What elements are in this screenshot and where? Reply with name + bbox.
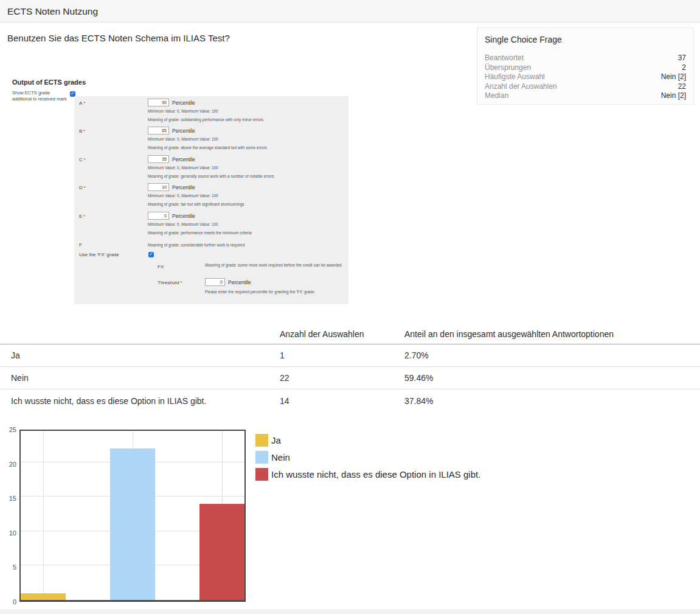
unit-label: Percentile — [172, 156, 195, 162]
legend-item: Ja — [255, 434, 480, 447]
chart-plot — [19, 430, 246, 602]
stats-row: Anzahl der Auswahlen 22 — [485, 82, 686, 92]
show-ects-label: Show ECTS grade additional to received m… — [12, 90, 67, 102]
page-title: ECTS Noten Nutzung — [7, 0, 98, 23]
legend-label: Ich wusste nicht, dass es diese Option i… — [271, 469, 480, 480]
answers-table: Anzahl der Auswahlen Anteil an den insge… — [0, 324, 700, 413]
chart-bar-3 — [199, 504, 244, 600]
minmax-hint: Minimum Value: 0, Maximum Value: 100 — [148, 166, 218, 170]
minmax-hint: Minimum Value: 0, Maximum Value: 100 — [148, 222, 218, 226]
percentile-input-c[interactable] — [148, 155, 169, 163]
header-cell-percent: Anteil an den insgesamt ausgewählten Ant… — [404, 329, 694, 339]
question-text: Benutzen Sie das ECTS Noten Schema im IL… — [7, 33, 230, 43]
required-marker: * — [83, 128, 85, 134]
chart-bar-1 — [21, 593, 66, 600]
unit-label: Percentile — [172, 100, 195, 106]
stats-row: Median Nein [2] — [485, 91, 686, 101]
use-fx-checkbox[interactable] — [148, 252, 154, 257]
chart-y-axis: 0510152025 — [0, 430, 16, 602]
ects-form-title: Output of ECTS grades — [12, 78, 86, 86]
ects-form-panel: A* Percentile Minimum Value: 0, Maximum … — [74, 96, 348, 304]
stats-panel-title: Single Choice Frage — [485, 35, 686, 44]
y-tick-label: 20 — [0, 461, 16, 468]
y-tick-label: 5 — [0, 563, 16, 571]
legend-label: Ja — [271, 435, 281, 445]
y-tick-label: 0 — [0, 598, 16, 605]
fx-meaning-hint: Meaning of grade: some more work require… — [205, 263, 346, 268]
minmax-hint: Minimum Value: 0, Maximum Value: 100 — [148, 109, 218, 113]
footer-strip — [0, 609, 700, 614]
answer-count: 1 — [280, 351, 404, 360]
grade-label: C — [79, 157, 83, 162]
legend-swatch-2 — [255, 451, 268, 464]
y-tick-label: 25 — [0, 426, 16, 433]
meaning-hint: Meaning of grade: performance meets the … — [148, 231, 252, 235]
stats-panel: Single Choice Frage Beantwortet 37 Übers… — [477, 27, 694, 105]
ects-grades-screenshot: Output of ECTS grades Show ECTS grade ad… — [9, 77, 348, 304]
required-marker: * — [83, 100, 85, 106]
legend-swatch-3 — [255, 468, 268, 481]
grade-label: D — [79, 185, 83, 190]
grade-label: E — [79, 214, 82, 219]
meaning-hint: Meaning of grade: considerable further w… — [148, 243, 244, 247]
legend-swatch-1 — [255, 434, 268, 447]
chart-bar-2 — [110, 448, 155, 600]
required-marker: * — [84, 157, 86, 162]
grade-label: A — [79, 100, 82, 106]
required-marker: * — [84, 185, 86, 190]
table-row: Nein 22 59.46% — [0, 367, 700, 389]
unit-label: Percentile — [172, 184, 195, 190]
answer-label: Ja — [11, 351, 280, 360]
percentile-input-b[interactable] — [148, 127, 169, 134]
meaning-hint: Meaning of grade: generally sound work w… — [148, 174, 274, 178]
answer-count: 14 — [280, 396, 404, 406]
header-cell-count: Anzahl der Auswahlen — [280, 329, 404, 339]
survey-results-page: ECTS Noten Nutzung Benutzen Sie das ECTS… — [0, 0, 700, 614]
required-marker: * — [181, 280, 182, 285]
unit-label: Percentile — [172, 213, 195, 219]
meaning-hint: Meaning of grade: fair but with signific… — [148, 202, 244, 206]
answer-percent: 59.46% — [404, 373, 694, 383]
chart-legend: Ja Nein Ich wusste nicht, dass es diese … — [255, 434, 480, 485]
percentile-input-a[interactable] — [148, 99, 169, 106]
unit-label: Percentile — [172, 128, 195, 134]
stats-rows: Beantwortet 37 Übersprungen 2 Häufigste … — [477, 54, 693, 101]
answer-percent: 37.84% — [404, 396, 694, 406]
threshold-help: Please enter the required percentile for… — [205, 290, 315, 294]
table-row: Ja 1 2.70% — [0, 344, 700, 367]
table-header-row: Anzahl der Auswahlen Anteil an den insge… — [0, 324, 700, 344]
minmax-hint: Minimum Value: 0, Maximum Value: 100 — [148, 194, 218, 198]
legend-item: Nein — [255, 451, 480, 464]
legend-label: Nein — [271, 452, 290, 462]
table-row: Ich wusste nicht, dass es diese Option i… — [0, 389, 700, 413]
meaning-hint: Meaning of grade: above the average stan… — [148, 145, 267, 150]
legend-item: Ich wusste nicht, dass es diese Option i… — [255, 468, 480, 481]
percentile-input-d[interactable] — [148, 183, 169, 191]
unit-label: Percentile — [228, 279, 251, 285]
grade-label: B — [79, 128, 82, 134]
meaning-hint: Meaning of grade: outstanding performanc… — [148, 117, 263, 122]
answer-percent: 2.70% — [404, 351, 694, 360]
page-header: ECTS Noten Nutzung — [0, 0, 700, 23]
stats-row: Häufigste Auswahl Nein [2] — [485, 72, 686, 82]
answer-count: 22 — [280, 373, 404, 383]
use-fx-label: Use the 'FX' grade — [79, 252, 119, 257]
percentile-input-e[interactable] — [148, 212, 169, 220]
y-tick-label: 15 — [0, 495, 16, 502]
grade-label: F — [79, 242, 82, 248]
fx-label: FX — [158, 264, 164, 270]
y-tick-label: 10 — [0, 529, 16, 537]
gridline-v — [43, 431, 44, 600]
stats-row: Beantwortet 37 — [485, 54, 686, 63]
threshold-label: Threshold — [158, 280, 179, 285]
stats-row: Übersprungen 2 — [485, 63, 686, 73]
minmax-hint: Minimum Value: 0, Maximum Value: 100 — [148, 137, 218, 141]
answer-label: Ich wusste nicht, dass es diese Option i… — [11, 396, 280, 406]
threshold-input[interactable] — [205, 278, 225, 286]
required-marker: * — [83, 214, 85, 219]
answer-label: Nein — [11, 373, 280, 383]
